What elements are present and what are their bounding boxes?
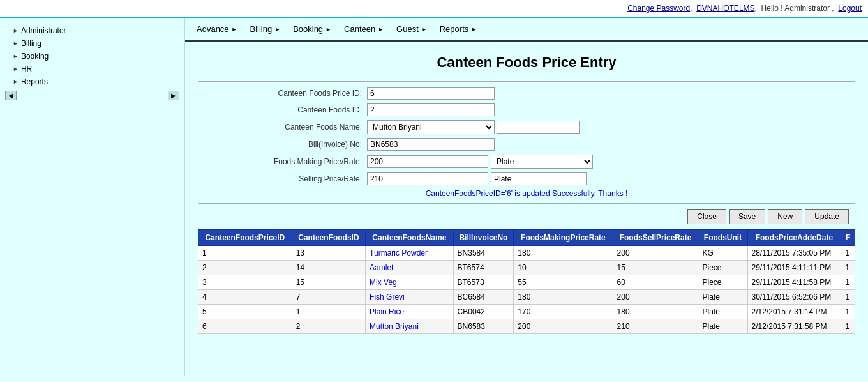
canteen-foods-table: CanteenFoodsPriceID CanteenFoodsID Cante… xyxy=(198,229,855,334)
save-button[interactable]: Save xyxy=(729,209,765,224)
form-row-bill-no: Bill(Invoice) No: xyxy=(239,138,814,151)
sidebar-label-billing: Billing xyxy=(21,39,41,48)
th-f: F xyxy=(841,230,855,246)
nav-label-advance: Advance xyxy=(197,24,229,34)
making-price-inputs: Plate KG Piece xyxy=(367,155,593,169)
th-foods-name: CanteenFoodsName xyxy=(366,230,453,246)
nav-label-canteen: Canteen xyxy=(344,24,375,34)
th-sell-rate: FoodsSellPriceRate xyxy=(613,230,698,246)
expand-icon: ► xyxy=(13,79,19,85)
expand-icon: ► xyxy=(13,66,19,72)
sidebar-label-administrator: Administrator xyxy=(21,26,66,35)
selling-price-inputs xyxy=(367,172,587,185)
expand-icon: ► xyxy=(13,27,19,34)
expand-icon: ► xyxy=(13,40,19,47)
price-id-label: Canteen Foods Price ID: xyxy=(239,89,367,98)
nav-item-reports[interactable]: Reports ► xyxy=(433,20,483,38)
nav-item-billing[interactable]: Billing ► xyxy=(244,20,287,38)
sidebar-scroll-area: ► Administrator ► Billing ► Booking ► HR… xyxy=(0,24,184,88)
nav-item-advance[interactable]: Advance ► xyxy=(190,20,244,38)
bill-no-label: Bill(Invoice) No: xyxy=(239,140,367,149)
sidebar-item-reports[interactable]: ► Reports xyxy=(0,75,184,88)
selling-price-label: Selling Price/Rate: xyxy=(239,174,367,183)
sidebar-item-administrator[interactable]: ► Administrator xyxy=(0,24,184,37)
foods-id-label: Canteen Foods ID: xyxy=(239,105,367,114)
sidebar-scroll-right[interactable]: ▶ xyxy=(168,91,179,100)
sidebar-scroll-buttons: ◀ ▶ xyxy=(0,88,184,103)
selling-price-input[interactable] xyxy=(367,172,488,185)
th-unit: FoodsUnit xyxy=(698,230,747,246)
sidebar-label-booking: Booking xyxy=(21,52,49,61)
table-row[interactable]: 62Mutton BriyaniBN6583200210Plate2/12/20… xyxy=(198,319,855,334)
nav-arrow-reports: ► xyxy=(471,26,477,33)
nav-item-booking[interactable]: Booking ► xyxy=(287,20,338,38)
hotel-link[interactable]: DVNAHOTELMS xyxy=(696,4,754,13)
form-row-making-price: Foods Making Price/Rate: Plate KG Piece xyxy=(239,155,814,169)
price-id-input[interactable] xyxy=(367,87,495,100)
update-button[interactable]: Update xyxy=(805,209,849,224)
th-date: FoodsPriceAddeDate xyxy=(747,230,841,246)
action-buttons: Close Save New Update xyxy=(198,209,855,224)
logout-link[interactable]: Logout xyxy=(838,4,862,13)
sidebar-label-reports: Reports xyxy=(21,77,48,86)
sidebar-item-billing[interactable]: ► Billing xyxy=(0,37,184,50)
bill-no-input[interactable] xyxy=(367,138,495,151)
greeting-text: Hello ! Administrator , xyxy=(761,4,834,13)
th-making-rate: FoodsMakingPriceRate xyxy=(514,230,613,246)
nav-label-billing: Billing xyxy=(250,24,273,34)
table-row[interactable]: 51Plain RiceCB0042170180Plate2/12/2015 7… xyxy=(198,305,855,319)
nav-label-guest: Guest xyxy=(396,24,419,34)
foods-name-extra-input[interactable] xyxy=(497,121,580,134)
sidebar: ► Administrator ► Billing ► Booking ► HR… xyxy=(0,18,185,376)
nav-label-booking: Booking xyxy=(293,24,323,34)
making-price-input[interactable] xyxy=(367,155,488,168)
foods-name-label: Canteen Foods Name: xyxy=(239,123,367,132)
page-content: Canteen Foods Price Entry Canteen Foods … xyxy=(185,42,868,340)
making-unit-select[interactable]: Plate KG Piece xyxy=(491,155,593,169)
table-header-row: CanteenFoodsPriceID CanteenFoodsID Cante… xyxy=(198,230,855,246)
th-bill-no: BillInvoiceNo xyxy=(453,230,514,246)
close-button[interactable]: Close xyxy=(687,209,726,224)
form-row-price-id: Canteen Foods Price ID: xyxy=(239,87,814,100)
th-foods-id: CanteenFoodsID xyxy=(292,230,365,246)
expand-icon: ► xyxy=(13,53,19,59)
nav-arrow-advance: ► xyxy=(232,26,237,33)
sidebar-item-booking[interactable]: ► Booking xyxy=(0,50,184,63)
nav-arrow-guest: ► xyxy=(421,26,427,33)
nav-arrow-canteen: ► xyxy=(378,26,384,33)
table-row[interactable]: 47Fish GreviBC6584180200Plate30/11/2015 … xyxy=(198,290,855,305)
nav-label-reports: Reports xyxy=(440,24,469,34)
foods-id-input[interactable] xyxy=(367,103,495,116)
form-row-selling-price: Selling Price/Rate: xyxy=(239,172,814,185)
form-row-foods-name: Canteen Foods Name: Mutton Briyani Turma… xyxy=(239,120,814,134)
sidebar-label-hr: HR xyxy=(21,65,32,73)
top-bar: Change Password, DVNAHOTELMS, Hello ! Ad… xyxy=(0,0,868,18)
nav-arrow-billing: ► xyxy=(274,26,280,33)
content-area: Advance ► Billing ► Booking ► Canteen ► … xyxy=(185,18,868,376)
new-button[interactable]: New xyxy=(768,209,802,224)
success-message: CanteenFoodsPriceID='6' is updated Succe… xyxy=(198,189,855,198)
form-row-foods-id: Canteen Foods ID: xyxy=(239,103,814,116)
foods-name-select[interactable]: Mutton Briyani Turmaric Powder Aamlet Mi… xyxy=(367,120,495,134)
making-price-label: Foods Making Price/Rate: xyxy=(239,157,367,166)
canteen-foods-form: Canteen Foods Price ID: Canteen Foods ID… xyxy=(239,87,814,185)
table-row[interactable]: 315Mix VegBT65735560Piece29/11/2015 4:11… xyxy=(198,275,855,290)
nav-bar: Advance ► Billing ► Booking ► Canteen ► … xyxy=(185,18,868,42)
th-price-id: CanteenFoodsPriceID xyxy=(198,230,292,246)
data-table-wrapper: CanteenFoodsPriceID CanteenFoodsID Cante… xyxy=(198,229,855,334)
table-row[interactable]: 214AamletBT65741015Piece29/11/2015 4:11:… xyxy=(198,261,855,275)
nav-item-canteen[interactable]: Canteen ► xyxy=(338,20,390,38)
sidebar-scroll-left[interactable]: ◀ xyxy=(5,91,17,100)
change-password-link[interactable]: Change Password xyxy=(627,4,690,13)
nav-item-guest[interactable]: Guest ► xyxy=(390,20,433,38)
page-title: Canteen Foods Price Entry xyxy=(198,54,855,71)
nav-arrow-booking: ► xyxy=(326,26,331,33)
selling-unit-input[interactable] xyxy=(491,172,587,185)
sidebar-item-hr[interactable]: ► HR xyxy=(0,63,184,75)
table-row[interactable]: 113Turmaric PowderBN3584180200KG28/11/20… xyxy=(198,246,855,261)
